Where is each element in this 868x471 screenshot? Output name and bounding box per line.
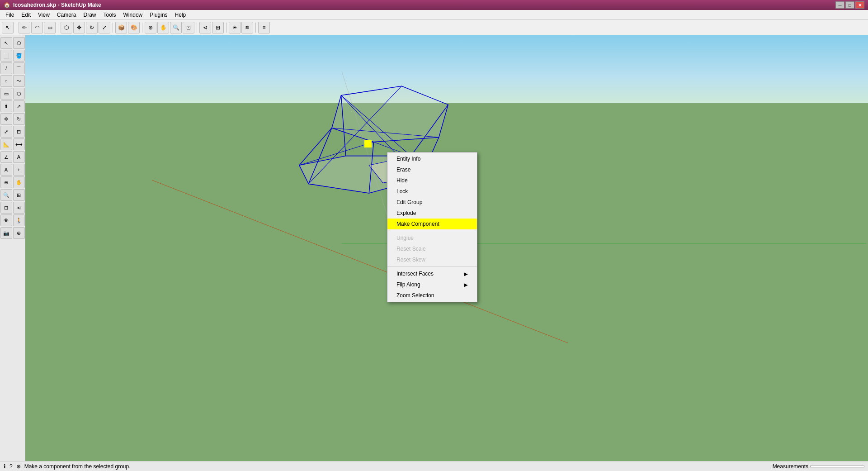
toolbar-prev-next[interactable]: ⊲ (199, 22, 211, 33)
toolbar-components[interactable]: 📦 (115, 22, 127, 33)
north-btn[interactable]: ⊕ (13, 227, 25, 239)
draw-tools-2: ○ 〜 (0, 75, 25, 87)
title-bar: 🏠 Icosahedron.skp - SketchUp Make ─ □ ✕ (0, 0, 868, 10)
toolbar-sep4 (142, 23, 142, 33)
maximize-button[interactable]: □ (845, 1, 854, 9)
menu-tools[interactable]: Tools (100, 11, 120, 19)
zoom-extent-btn[interactable]: ⊡ (0, 202, 12, 214)
unglue-label: Unglue (396, 235, 414, 241)
eraser-btn[interactable]: ⬜ (0, 50, 12, 62)
circle-btn[interactable]: ○ (0, 75, 12, 87)
context-reset-skew: Reset Skew (387, 254, 477, 265)
context-intersect-faces[interactable]: Intersect Faces ▶ (387, 268, 477, 279)
dimension-btn[interactable]: ⟷ (13, 138, 25, 150)
toolbar-rect[interactable]: ▭ (44, 22, 56, 33)
scale-btn[interactable]: ⤢ (0, 126, 12, 138)
menu-plugins[interactable]: Plugins (146, 11, 171, 19)
toolbar-sep5 (197, 23, 197, 33)
toolbar-rotate[interactable]: ↻ (86, 22, 98, 33)
context-zoom-selection[interactable]: Zoom Selection (387, 290, 477, 301)
push-pull-btn[interactable]: ⬆ (0, 100, 12, 112)
menu-file[interactable]: File (2, 11, 18, 19)
polygon-btn[interactable]: ⬡ (13, 88, 25, 100)
offset-btn[interactable]: ⊟ (13, 126, 25, 138)
axes-btn[interactable]: + (13, 164, 25, 176)
context-hide[interactable]: Hide (387, 175, 477, 186)
line-btn[interactable]: / (0, 62, 12, 74)
tape-btn[interactable]: 📐 (0, 138, 12, 150)
context-make-component[interactable]: Make Component (387, 219, 477, 229)
toolbar-fog[interactable]: ≋ (241, 22, 253, 33)
flip-along-arrow: ▶ (464, 282, 468, 287)
context-menu: Entity Info Erase Hide Lock Edit Group E… (387, 152, 477, 302)
toolbar-pencil[interactable]: ✏ (19, 22, 30, 33)
position-camera-btn[interactable]: 📷 (0, 227, 12, 239)
look-around-btn[interactable]: 👁 (0, 214, 12, 226)
pan-view-btn[interactable]: ✋ (13, 176, 25, 188)
annotation-tools: ∠ A (0, 151, 25, 163)
protractor-btn[interactable]: ∠ (0, 151, 12, 163)
zoom-selection-label: Zoom Selection (396, 292, 434, 299)
prev-view-btn[interactable]: ⊲ (13, 202, 25, 214)
rotate-btn[interactable]: ↻ (13, 113, 25, 125)
toolbar-section[interactable]: ⊞ (212, 22, 224, 33)
text-btn[interactable]: A (13, 151, 25, 163)
context-erase[interactable]: Erase (387, 164, 477, 175)
close-button[interactable]: ✕ (855, 1, 864, 9)
toolbar-zoom-extents[interactable]: ⊡ (183, 22, 194, 33)
context-edit-group[interactable]: Edit Group (387, 197, 477, 208)
explode-label: Explode (396, 210, 416, 216)
main-toolbar: ↖ ✏ ◠ ▭ ⬡ ✥ ↻ ⤢ 📦 🎨 ⊕ ✋ 🔍 ⊡ ⊲ ⊞ ☀ ≋ ≡ (0, 20, 868, 35)
toolbar-push-pull[interactable]: ⬡ (61, 22, 72, 33)
context-entity-info[interactable]: Entity Info (387, 153, 477, 164)
menu-window[interactable]: Window (120, 11, 146, 19)
menu-camera[interactable]: Camera (53, 11, 80, 19)
zoom-view-btn[interactable]: 🔍 (0, 189, 12, 201)
menu-help[interactable]: Help (171, 11, 190, 19)
rect-tool-btn[interactable]: ▭ (0, 88, 12, 100)
orbit-btn[interactable]: ⊕ (0, 176, 12, 188)
select-tool-btn[interactable]: ↖ (0, 37, 12, 49)
context-lock[interactable]: Lock (387, 186, 477, 197)
toolbar-sep1 (16, 23, 16, 33)
measurements-box[interactable] (810, 466, 864, 467)
context-flip-along[interactable]: Flip Along ▶ (387, 279, 477, 290)
status-left: ℹ ? ⊕ Make a component from the selected… (4, 463, 130, 470)
zoom-window-btn[interactable]: ⊞ (13, 189, 25, 201)
entity-info-label: Entity Info (396, 156, 420, 162)
toolbar-scale[interactable]: ⤢ (99, 22, 110, 33)
toolbar-move[interactable]: ✥ (73, 22, 85, 33)
arc-btn[interactable]: ⌒ (13, 62, 25, 74)
compass-icon[interactable]: ⊕ (16, 463, 21, 470)
context-explode[interactable]: Explode (387, 208, 477, 219)
toolbar-select[interactable]: ↖ (2, 22, 14, 33)
toolbar-orbit[interactable]: ⊕ (145, 22, 156, 33)
erase-label: Erase (396, 167, 410, 173)
toolbar-layers[interactable]: ≡ (258, 22, 270, 33)
toolbar-pan[interactable]: ✋ (157, 22, 169, 33)
status-message: Make a component from the selected group… (24, 463, 131, 470)
viewport[interactable]: Entity Info Erase Hide Lock Edit Group E… (25, 35, 868, 461)
model-tools: ⬆ ↗ (0, 100, 25, 112)
menu-edit[interactable]: Edit (18, 11, 34, 19)
info-icon[interactable]: ℹ (4, 463, 6, 470)
component-select-btn[interactable]: ⬡ (13, 37, 25, 49)
help-icon[interactable]: ? (9, 463, 13, 470)
follow-me-btn[interactable]: ↗ (13, 100, 25, 112)
move-btn[interactable]: ✥ (0, 113, 12, 125)
context-reset-scale: Reset Scale (387, 243, 477, 254)
menu-draw[interactable]: Draw (80, 11, 100, 19)
toolbar-shadows[interactable]: ☀ (229, 22, 241, 33)
toolbar-paint[interactable]: 🎨 (128, 22, 140, 33)
toolbar-zoom[interactable]: 🔍 (170, 22, 182, 33)
menu-view[interactable]: View (34, 11, 53, 19)
paint-btn[interactable]: 🪣 (13, 50, 25, 62)
make-component-label: Make Component (396, 221, 439, 227)
nav-tools: ⊕ ✋ (0, 176, 25, 188)
flip-along-label: Flip Along (396, 281, 420, 288)
toolbar-arc[interactable]: ◠ (31, 22, 43, 33)
walk-btn[interactable]: 🚶 (13, 214, 25, 226)
freehand-btn[interactable]: 〜 (13, 75, 25, 87)
minimize-button[interactable]: ─ (835, 1, 844, 9)
3d-text-btn[interactable]: A (0, 164, 12, 176)
